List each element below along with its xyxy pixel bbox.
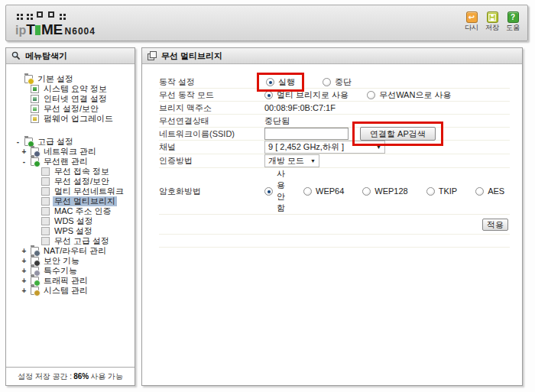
radio-wep128[interactable] [362,187,371,196]
sidebar-item-label: WDS 설정 [53,216,95,226]
folder-star-icon [24,75,33,83]
brand-name: ipTIMEN6004 [15,21,96,38]
radio-multi-bridge[interactable] [264,91,273,99]
tree-expander-icon[interactable]: + [21,256,28,266]
auth-method-select[interactable]: 개방 모드▼ [264,154,319,167]
folder-lock-icon [31,257,39,265]
tree-expander-icon[interactable]: - [21,157,28,167]
radio-label-wep128: WEP128 [374,186,407,196]
radio-option-wireless-wan[interactable]: 무선WAN으로 사용 [367,89,451,101]
apply-button[interactable]: 적용 [482,219,508,231]
window-copy-icon [148,51,157,60]
save-button[interactable]: 저장 [485,11,499,31]
sidebar-item-label: 무선 접속 정보 [53,167,111,177]
sidebar-item-label: 무선 설정/보안 [42,104,100,114]
ssid-input[interactable] [264,128,349,140]
tree-expander-icon[interactable]: - [15,137,21,147]
tree-expander-icon[interactable]: + [21,147,28,157]
sidebar-title-bar: 메뉴탐색기 [6,48,135,64]
page-title: 무선 멀티브리지 [161,50,222,62]
page-icon [41,177,50,186]
sidebar-item-special-functions[interactable]: +특수기능 [6,266,135,276]
save-label: 저장 [485,24,499,31]
radio-tkip[interactable] [426,187,435,196]
sidebar-item-wds-settings[interactable]: WDS 설정 [6,216,135,226]
model-number: N6004 [65,26,96,37]
radio-option-wep64[interactable]: WEP64 [303,186,344,196]
radio-none[interactable] [264,187,273,196]
sidebar-item-firmware-upgrade[interactable]: 펌웨어 업그레이드 [6,114,135,124]
sidebar-item-wlan-management[interactable]: -무선랜 관리 [6,157,135,167]
router-admin-page: ipTIMEN6004 ↩다시저장?도움 메뉴탐색기 기본 설정시스템 요약 정… [0,0,535,392]
sidebar-item-wireless-multibridge[interactable]: 무선 멀티브리지 [6,196,135,206]
tree-expander-icon[interactable]: + [21,276,28,286]
sidebar-item-label: 시스템 요약 정보 [42,84,109,94]
radio-option-run[interactable]: 실행 [266,76,295,88]
radio-wireless-wan[interactable] [367,91,375,99]
radio-label-none: 사용안함 [277,168,285,214]
storage-status-prefix: 설정 저장 공간 : [18,371,72,382]
field-value-operation: 실행중단 [264,76,510,88]
radio-wep64[interactable] [303,187,312,196]
tree-expander-icon[interactable]: + [21,266,28,276]
field-label-wireless-mode: 무선 동작 모드 [159,89,264,101]
storage-status: 설정 저장 공간 : 86% 사용 가능 [6,367,135,385]
radio-aes[interactable] [475,187,484,196]
tree-expander-icon[interactable]: + [21,286,28,296]
search-icon [11,51,21,60]
radio-option-aes[interactable]: AES [475,186,504,196]
sidebar-item-wireless-advanced-settings[interactable]: 무선 고급 설정 [6,236,135,246]
sidebar-item-multi-wireless-network[interactable]: 멀티 무선네트워크 [6,186,135,196]
sidebar-item-wireless-setting-security[interactable]: 무선 설정/보안 [6,177,135,186]
sidebar-item-label: 특수기능 [42,266,79,276]
tree-expander-icon[interactable]: + [21,246,28,256]
page-icon [41,167,50,176]
settings-form: 동작 설정실행중단무선 동작 모드멀티 브리지로 사용무선WAN으로 사용브리지… [142,64,522,248]
field-label-wireless-status: 무선연결상태 [159,115,264,127]
sidebar-item-traffic-management[interactable]: +트래픽 관리 [6,276,135,286]
sidebar-item-wireless-connection-info[interactable]: 무선 접속 정보 [6,167,135,177]
ap-search-button[interactable]: 연결할 AP검색 [360,127,436,141]
field-label-ssid: 네트워크이름(SSID) [159,128,264,140]
sidebar-item-nat-router-management[interactable]: +NAT/라우터 관리 [6,246,135,256]
radio-run[interactable] [266,78,274,86]
field-value-ssid: 연결할 AP검색 [264,128,510,140]
red-highlight-box: 연결할 AP검색 [352,121,443,146]
sidebar-item-system-summary[interactable]: 시스템 요약 정보 [6,84,135,94]
field-value-bridge-mac: 00:08:9F:0B:C7:1F [264,103,510,112]
wireless-status-value: 중단됨 [264,115,290,127]
sidebar-item-network-management[interactable]: +네트워크 관리 [6,147,135,157]
folder-special-icon [31,267,39,275]
radio-option-wep128[interactable]: WEP128 [362,186,407,196]
sidebar-item-label: 고급 설정 [36,137,75,147]
sidebar-item-internet-connection[interactable]: 인터넷 연결 설정 [6,94,135,104]
form-row-bridge-mac: 브리지 맥주소00:08:9F:0B:C7:1F [159,102,510,115]
radio-label-stop: 중단 [335,76,352,88]
radio-stop[interactable] [323,78,331,86]
radio-option-none[interactable]: 사용안함 [264,168,285,214]
refresh-button[interactable]: ↩다시 [465,11,478,31]
page-icon [41,207,50,215]
sidebar-item-security-features[interactable]: +보안 기능 [6,256,135,266]
radio-option-tkip[interactable]: TKIP [426,186,457,196]
form-row-encryption: 암호화방법사용안함WEP64WEP128TKIPAES [159,168,510,215]
sidebar-item-wireless-setting-security-basic[interactable]: 무선 설정/보안 [6,104,135,114]
storage-status-suffix: 사용 가능 [90,371,123,382]
form-row-wireless-status: 무선연결상태중단됨 [159,115,510,128]
sidebar-item-wps-settings[interactable]: WPS 설정 [6,226,135,236]
sidebar-item-label: 시스템 관리 [42,286,89,296]
sidebar-item-advanced-settings[interactable]: -고급 설정 [6,137,135,147]
radio-option-stop[interactable]: 중단 [323,76,352,88]
sidebar-item-basic-settings[interactable]: 기본 설정 [6,74,135,84]
sidebar-item-mac-address-auth[interactable]: MAC 주소 인증 [6,206,135,216]
header-actions: ↩다시저장?도움 [465,11,520,31]
sidebar-item-system-management[interactable]: +시스템 관리 [6,286,135,296]
page-icon [41,237,50,245]
sidebar-item-label: WPS 설정 [53,226,94,236]
field-value-encryption: 사용안함WEP64WEP128TKIPAES [264,168,523,214]
page-icon [41,187,50,196]
radio-label-aes: AES [488,186,504,196]
help-button[interactable]: ?도움 [506,11,520,31]
brand-ip: ip [15,24,26,37]
form-row-wireless-mode: 무선 동작 모드멀티 브리지로 사용무선WAN으로 사용 [159,89,510,102]
